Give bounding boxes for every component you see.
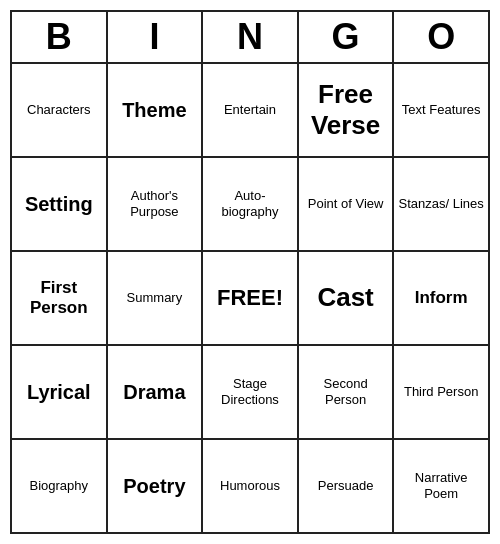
bingo-grid: CharactersThemeEntertainFree VerseText F… (12, 64, 488, 532)
bingo-cell: First Person (12, 252, 108, 344)
bingo-cell: Summary (108, 252, 204, 344)
bingo-cell: FREE! (203, 252, 299, 344)
bingo-cell: Second Person (299, 346, 395, 438)
bingo-cell: Point of View (299, 158, 395, 250)
bingo-cell: Narrative Poem (394, 440, 488, 532)
bingo-cell: Free Verse (299, 64, 395, 156)
header-letter: O (394, 12, 488, 62)
bingo-cell: Author's Purpose (108, 158, 204, 250)
bingo-cell: Setting (12, 158, 108, 250)
bingo-header: BINGO (12, 12, 488, 64)
bingo-cell: Drama (108, 346, 204, 438)
header-letter: I (108, 12, 204, 62)
bingo-card: BINGO CharactersThemeEntertainFree Verse… (10, 10, 490, 534)
bingo-cell: Cast (299, 252, 395, 344)
bingo-row: BiographyPoetryHumorousPersuadeNarrative… (12, 440, 488, 532)
bingo-cell: Poetry (108, 440, 204, 532)
bingo-cell: Auto-biography (203, 158, 299, 250)
bingo-cell: Entertain (203, 64, 299, 156)
bingo-cell: Humorous (203, 440, 299, 532)
bingo-row: LyricalDramaStage DirectionsSecond Perso… (12, 346, 488, 440)
bingo-cell: Stanzas/ Lines (394, 158, 488, 250)
header-letter: B (12, 12, 108, 62)
header-letter: N (203, 12, 299, 62)
header-letter: G (299, 12, 395, 62)
bingo-cell: Persuade (299, 440, 395, 532)
bingo-cell: Inform (394, 252, 488, 344)
bingo-cell: Characters (12, 64, 108, 156)
bingo-row: SettingAuthor's PurposeAuto-biographyPoi… (12, 158, 488, 252)
bingo-cell: Text Features (394, 64, 488, 156)
bingo-cell: Third Person (394, 346, 488, 438)
bingo-cell: Stage Directions (203, 346, 299, 438)
bingo-cell: Theme (108, 64, 204, 156)
bingo-cell: Biography (12, 440, 108, 532)
bingo-row: First PersonSummaryFREE!CastInform (12, 252, 488, 346)
bingo-cell: Lyrical (12, 346, 108, 438)
bingo-row: CharactersThemeEntertainFree VerseText F… (12, 64, 488, 158)
